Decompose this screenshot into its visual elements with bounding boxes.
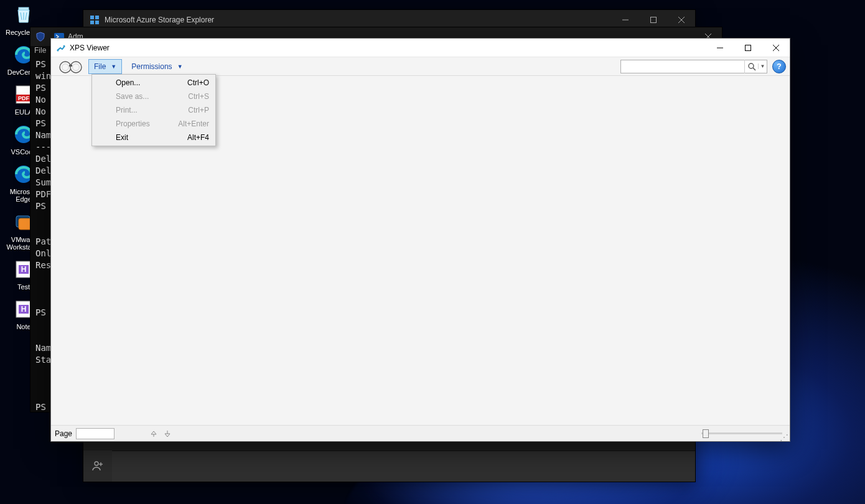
- svg-text:H: H: [21, 265, 27, 274]
- svg-point-30: [63, 45, 65, 47]
- xps-maximize-button[interactable]: [734, 39, 762, 57]
- xps-file-menu-item-save-as: Save as...Ctrl+S: [93, 90, 214, 103]
- search-icon: [747, 62, 756, 71]
- xps-statusbar: Page: [51, 425, 790, 441]
- menu-item-label: Save as...: [116, 92, 149, 101]
- xps-permissions-menu-label: Permissions: [131, 62, 172, 71]
- xps-file-menu-item-print: Print...Ctrl+P: [93, 103, 214, 117]
- xps-page-down-button[interactable]: [163, 429, 172, 438]
- shield-icon: [35, 32, 45, 42]
- svg-rect-15: [90, 16, 94, 19]
- azure-app-icon: [90, 15, 100, 25]
- svg-point-36: [70, 62, 82, 73]
- chevron-down-icon: ▼: [177, 63, 183, 70]
- svg-text:H: H: [21, 305, 27, 314]
- menu-item-label: Properties: [116, 119, 150, 128]
- xps-titlebar[interactable]: XPS Viewer: [51, 39, 790, 57]
- menu-item-label: Open...: [116, 78, 140, 87]
- menu-item-accelerator: Alt+F4: [187, 133, 209, 142]
- svg-point-35: [60, 62, 71, 73]
- person-add-icon: [91, 460, 104, 472]
- menu-item-label: Exit: [116, 133, 128, 142]
- svg-point-40: [749, 63, 754, 68]
- recycle-bin-icon: [11, 2, 36, 27]
- azure-title: Microsoft Azure Storage Explorer: [105, 16, 611, 24]
- xps-title: XPS Viewer: [70, 44, 706, 52]
- chevron-down-icon: ▼: [111, 63, 116, 70]
- xps-permissions-menu-button[interactable]: Permissions ▼: [126, 59, 188, 74]
- xps-zoom-track[interactable]: [701, 432, 782, 434]
- svg-rect-18: [95, 21, 99, 24]
- xps-search-button[interactable]: [744, 60, 758, 73]
- menu-item-accelerator: Ctrl+O: [187, 78, 209, 87]
- xps-file-menu-label: File: [94, 62, 106, 71]
- xps-file-menu-button[interactable]: File ▼: [88, 59, 122, 74]
- svg-line-41: [753, 68, 755, 70]
- xps-page-up-button[interactable]: [149, 429, 158, 438]
- arrow-down-icon: [163, 429, 172, 438]
- xps-file-dropdown: Open...Ctrl+OSave as...Ctrl+SPrint...Ctr…: [91, 74, 216, 146]
- menu-item-accelerator: Ctrl+S: [188, 92, 209, 101]
- xps-search-input[interactable]: [621, 62, 744, 71]
- resize-grip-icon[interactable]: ⋰: [780, 435, 788, 440]
- azure-activity-bar: [112, 450, 695, 482]
- xps-toolbar: File ▼ Permissions ▼ ▼ ?: [51, 57, 790, 76]
- binoculars-icon[interactable]: [54, 57, 88, 76]
- xps-help-button[interactable]: ?: [772, 60, 786, 73]
- menu-item-accelerator: Ctrl+P: [188, 106, 209, 114]
- svg-rect-16: [95, 16, 99, 19]
- svg-rect-32: [745, 45, 750, 50]
- svg-rect-0: [19, 7, 29, 10]
- xps-page-input[interactable]: [76, 428, 115, 439]
- xps-close-button[interactable]: [762, 39, 790, 57]
- svg-rect-39: [69, 65, 72, 67]
- svg-text:PDF: PDF: [18, 95, 30, 101]
- svg-rect-20: [650, 17, 656, 23]
- desktop-icon-label: Note: [16, 323, 30, 330]
- menu-item-accelerator: Alt+Enter: [178, 119, 209, 128]
- ps-menu-file[interactable]: File: [34, 46, 46, 55]
- xps-page-label: Page: [55, 429, 72, 438]
- desktop-icon-label: Test: [17, 283, 30, 291]
- menu-item-label: Print...: [116, 106, 138, 114]
- xps-file-menu-item-open[interactable]: Open...Ctrl+O: [93, 76, 214, 90]
- svg-point-29: [57, 49, 59, 51]
- xps-file-menu-item-exit[interactable]: ExitAlt+F4: [93, 131, 214, 144]
- xps-search-box[interactable]: ▼: [620, 60, 767, 73]
- xps-zoom-slider[interactable]: [698, 432, 786, 434]
- xps-zoom-thumb[interactable]: [703, 429, 709, 438]
- xps-minimize-button[interactable]: [706, 39, 734, 57]
- azure-account-button[interactable]: [83, 450, 112, 482]
- xps-app-icon: [56, 43, 66, 53]
- svg-point-23: [95, 462, 98, 465]
- arrow-up-icon: [149, 429, 158, 438]
- xps-file-menu-item-properties: PropertiesAlt+Enter: [93, 117, 214, 131]
- xps-search-options-button[interactable]: ▼: [758, 63, 767, 69]
- svg-rect-17: [90, 21, 94, 24]
